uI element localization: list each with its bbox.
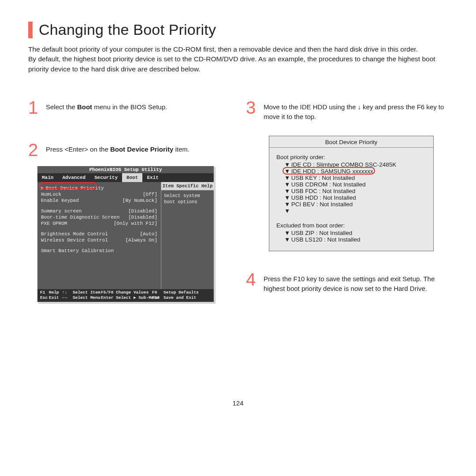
step-number: 2: [28, 142, 41, 158]
bios-row-value: [Disabled]: [128, 208, 157, 214]
down-arrow-glyph: ↓: [357, 103, 361, 111]
boot-order-item: ▼ USB KEY : Not Installed: [276, 175, 426, 181]
bios-row-value: [Only with F12]: [114, 221, 157, 226]
excluded-item: ▼ USB LS120 : Not Installed: [276, 236, 426, 243]
boot-order-label: PCI BEV : Not Installed: [291, 201, 353, 208]
boot-priority-title: Boot Device Priority: [269, 136, 433, 147]
triangle-down-icon: ▼: [284, 236, 290, 243]
bios-row-label: NumLock: [41, 192, 61, 197]
boot-order-label: USB KEY : Not Installed: [291, 175, 355, 181]
bios-row-label: Wireless Device Control: [41, 238, 108, 243]
step-2-pre: Press <Enter> on the: [46, 145, 110, 153]
triangle-down-icon: ▼: [284, 230, 290, 236]
bios-key: F9: [152, 290, 162, 295]
triangle-down-icon: ▼: [284, 161, 290, 168]
triangle-down-icon: ▼: [284, 181, 290, 188]
page-title: Changing the Boot Priority: [39, 21, 216, 38]
bios-key-label: Help: [49, 290, 60, 295]
boot-order-item: ▼ IDE CD : Slimtype COMBO SSC-2485K: [276, 161, 426, 168]
bios-row-boot-device-priority: ▶Boot Device Priority: [41, 185, 157, 191]
boot-order-label: USB CDROM : Not Installed: [291, 181, 366, 188]
bios-key: ↑↓: [62, 290, 71, 295]
bios-key-label: Select Item: [73, 290, 99, 295]
bios-row-brightness-mode: Brightness Mode Control[Auto]: [41, 231, 157, 237]
boot-order-item: ▼ PCI BEV : Not Installed: [276, 201, 426, 208]
boot-order-label: IDE HDD : SAMSUNG xxxxxxx: [291, 168, 373, 175]
bios-row-wireless-device: Wireless Device Control[Always On]: [41, 237, 157, 243]
bios-key-label: Change Values: [116, 290, 150, 295]
step-2: 2 Press <Enter> on the Boot Device Prior…: [28, 142, 230, 158]
bios-figure: PhoenixBIOS Setup Utility Main Advanced …: [37, 166, 214, 302]
triangle-down-icon: ▼: [284, 208, 290, 214]
step-number: 1: [28, 100, 41, 115]
step-text: Press the F10 key to save the settings a…: [264, 271, 448, 294]
triangle-down-icon: ▼: [284, 168, 290, 175]
bios-key: F10: [152, 295, 162, 300]
bios-row-value: [Disabled]: [128, 215, 157, 220]
bios-row-label: Summary screen: [41, 208, 82, 214]
bios-row-label: PXE OPROM: [41, 221, 67, 226]
bios-key-label: Select ▶ Sub-Menu: [116, 295, 150, 300]
triangle-down-icon: ▼: [284, 188, 290, 194]
bios-row-smart-battery: Smart Battery Calibration: [41, 248, 157, 254]
bios-row-value: [Auto]: [140, 231, 157, 237]
bios-help-heading: Item Specific Help: [161, 182, 214, 190]
bios-key-label: Select Menu: [73, 295, 99, 300]
page-number: 124: [28, 399, 448, 407]
step-number: 4: [246, 271, 258, 294]
boot-order-item: ▼ USB CDROM : Not Installed: [276, 181, 426, 188]
bios-key: F5/F6: [101, 290, 114, 295]
step-1: 1 Select the Boot menu in the BIOS Setup…: [28, 100, 230, 115]
bios-help-panel: Item Specific Help Select system boot op…: [161, 182, 214, 289]
bios-key: ←→: [62, 295, 71, 300]
bios-row-value: [Off]: [143, 192, 157, 197]
excluded-heading: Excluded from boot order:: [276, 222, 426, 229]
bios-footer-keys: F1 Help ↑↓ Select Item F5/F6 Change Valu…: [37, 289, 214, 302]
triangle-down-icon: ▼: [284, 194, 290, 201]
bios-row-numlock: NumLock[Off]: [41, 191, 157, 197]
step-text: Move to the IDE HDD using the ↓ key and …: [264, 100, 448, 122]
bios-row-summary-screen: Summary screen[Disabled]: [41, 208, 157, 214]
boot-order-label: USB HDD : Not Installed: [291, 194, 356, 201]
bios-row-label: Boor-time Diagnostic Screen: [41, 215, 119, 220]
bios-row-boot-time-diagnostic: Boor-time Diagnostic Screen[Disabled]: [41, 214, 157, 220]
step-2-post: item.: [173, 145, 190, 153]
bios-row-label: Brightness Mode Control: [41, 231, 108, 237]
step-text: Select the Boot menu in the BIOS Setup.: [46, 100, 167, 115]
bios-row-value: [Always On]: [125, 238, 157, 243]
bios-tab-security: Security: [90, 173, 122, 182]
boot-order-item: ▼: [276, 208, 426, 214]
boot-order-item: ▼ IDE HDD : SAMSUNG xxxxxxx: [276, 168, 426, 175]
step-text: Press <Enter> on the Boot Device Priorit…: [46, 142, 190, 158]
bios-key: Enter: [101, 295, 114, 300]
step-4: 4 Press the F10 key to save the settings…: [246, 271, 448, 294]
boot-order-label: IDE CD : Slimtype COMBO SSC-2485K: [291, 161, 397, 168]
excluded-label: USB LS120 : Not Installed: [291, 236, 361, 243]
submenu-arrow-icon: ▶: [41, 186, 44, 191]
bios-row-label: Enable Keypad: [41, 198, 79, 203]
bios-tab-main: Main: [37, 173, 58, 182]
boot-order-item: ▼ USB HDD : Not Installed: [276, 194, 426, 201]
bios-row-label: Smart Battery Calibration: [41, 248, 114, 253]
boot-priority-figure: Boot Device Priority Boot priority order…: [269, 136, 434, 251]
boot-order-item: ▼ USB FDC : Not Installed: [276, 188, 426, 194]
bios-key-label: Setup Defaults: [164, 290, 211, 295]
excluded-label: USB ZIP : Not Installed: [291, 230, 353, 236]
bios-window-title: PhoenixBIOS Setup Utility: [37, 166, 214, 173]
bios-row-label: Boot Device Priority: [46, 186, 104, 191]
bios-tab-boot: Boot: [122, 173, 142, 182]
title-accent-bar: [28, 22, 33, 38]
page-title-row: Changing the Boot Priority: [28, 21, 448, 38]
boot-order-label: USB FDC : Not Installed: [291, 188, 356, 194]
bios-tab-advanced: Advanced: [58, 173, 90, 182]
bios-key: F1: [40, 290, 47, 295]
triangle-down-icon: ▼: [284, 175, 290, 181]
step-3-pre: Move to the IDE HDD using the: [264, 103, 357, 111]
bios-settings-list: ▶Boot Device Priority NumLock[Off] Enabl…: [37, 182, 161, 289]
step-number: 3: [246, 100, 258, 122]
bios-tabs: Main Advanced Security Boot Exit: [37, 173, 214, 182]
bios-row-value: [By NumLock]: [123, 198, 157, 203]
bios-help-text: Select system boot options: [161, 190, 214, 208]
step-1-pre: Select the: [46, 103, 77, 111]
intro-text: The default boot priority of your comput…: [28, 45, 448, 74]
